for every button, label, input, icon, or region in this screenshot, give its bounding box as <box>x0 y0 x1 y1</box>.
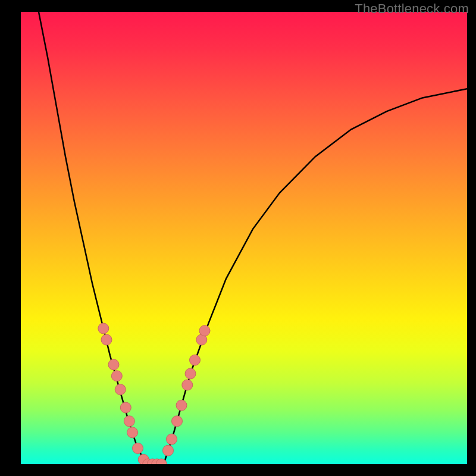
data-points-group <box>98 323 210 464</box>
data-point <box>133 443 143 453</box>
data-point <box>120 402 131 413</box>
data-point <box>199 325 210 336</box>
data-point <box>163 445 174 456</box>
data-point <box>115 384 126 395</box>
data-point <box>167 434 177 444</box>
data-point <box>108 359 119 370</box>
watermark-text: TheBottleneck.com <box>355 1 469 17</box>
chart-svg <box>21 12 467 464</box>
data-point <box>111 371 122 381</box>
chart-frame: TheBottleneck.com <box>0 0 476 476</box>
chart-plot-area <box>21 12 467 464</box>
data-point <box>101 334 112 345</box>
data-point <box>176 400 187 411</box>
data-point <box>127 427 138 438</box>
data-point <box>124 416 134 427</box>
data-point <box>98 323 109 334</box>
data-point <box>190 355 201 365</box>
curve-path <box>39 12 467 464</box>
data-point <box>185 368 196 379</box>
data-point <box>172 416 183 427</box>
data-point <box>182 380 193 390</box>
